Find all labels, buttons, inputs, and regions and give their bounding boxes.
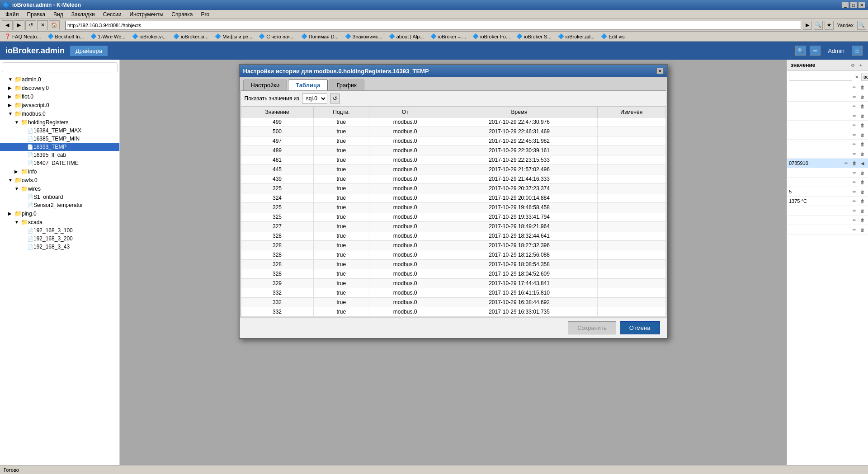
bookmark-about[interactable]: 🔷 about | Alp...	[386, 33, 427, 40]
sidebar-item-wires[interactable]: ▼ 📁 wires	[0, 184, 119, 193]
rp-edit-btn[interactable]: ✏	[851, 141, 858, 148]
go-button[interactable]: ▶	[803, 21, 812, 30]
sidebar-item-sensor2[interactable]: 📄 Sensor2_temperatur	[0, 201, 119, 209]
sidebar-item-owfs0[interactable]: ▼ 📁 owfs.0	[0, 176, 119, 184]
bookmark-znakomims[interactable]: 🔷 Знакомимс...	[342, 33, 385, 40]
sidebar-item-discovery0[interactable]: ▶ 📁 discovery.0	[0, 84, 119, 92]
sidebar-item-192-168-3-200[interactable]: 📄 192_168_3_200	[0, 235, 119, 243]
rp-edit-btn[interactable]: ✏	[851, 131, 858, 138]
sidebar-item-flot0[interactable]: ▶ 📁 flot.0	[0, 92, 119, 101]
refresh-button[interactable]: ↺	[330, 94, 340, 103]
stop-button[interactable]: ✕	[37, 20, 48, 30]
rp-delete-btn[interactable]: 🗑	[859, 216, 866, 224]
sidebar-item-javascript0[interactable]: ▶ 📁 javascript.0	[0, 101, 119, 109]
tab-settings[interactable]: Настройки	[243, 80, 288, 90]
rp-delete-btn[interactable]: 🗑	[859, 188, 866, 195]
header-edit-btn[interactable]: ✏	[810, 46, 821, 56]
rp-edit-btn[interactable]: ✏	[851, 188, 858, 195]
bookmark-faq[interactable]: ❓ FAQ Neato...	[2, 33, 44, 40]
header-search-btn[interactable]: 🔍	[795, 46, 806, 56]
bookmark-iobroker-dash[interactable]: 🔷 ioBroker – ...	[428, 33, 469, 40]
address-input[interactable]	[65, 21, 801, 30]
sidebar-item-s1onboard[interactable]: 📄 S1_onboard	[0, 193, 119, 201]
rp-settings-btn[interactable]: ⚙	[849, 61, 856, 69]
bookmark-start[interactable]: 🔷 С чего нач...	[256, 33, 297, 40]
rp-edit-btn[interactable]: ✏	[851, 84, 858, 91]
rp-edit-btn[interactable]: ✏	[843, 160, 850, 167]
bookmark-iobroker-fo[interactable]: 🔷 ioBroker Fo...	[470, 33, 513, 40]
menu-bookmarks[interactable]: Закладки	[68, 10, 99, 19]
header-menu-btn[interactable]: ☰	[852, 46, 863, 56]
bookmark-edit-vis[interactable]: 🔷 Edit vis	[598, 33, 627, 40]
table-scroll-area[interactable]: Значение Подтв. От Время Изменён 499 tru…	[241, 107, 666, 317]
sidebar-item-16395[interactable]: 📄 16395_lt_cab	[0, 151, 119, 159]
rp-delete-btn[interactable]: 🗑	[859, 178, 866, 186]
rp-delete-btn[interactable]: 🗑	[859, 103, 866, 110]
sidebar-item-16407[interactable]: 📄 16407_DATETIME	[0, 159, 119, 167]
rp-extra-btn[interactable]: ◀	[859, 160, 866, 167]
menu-help[interactable]: Справка	[168, 10, 196, 19]
rp-delete-btn[interactable]: 🗑	[859, 122, 866, 129]
home-button[interactable]: 🏠	[49, 20, 60, 30]
sidebar-item-ping0[interactable]: ▶ 📁 ping.0	[0, 209, 119, 218]
menu-tools[interactable]: Инструменты	[126, 10, 167, 19]
minimize-button[interactable]: _	[842, 2, 849, 8]
back-button[interactable]: ◀	[2, 20, 13, 30]
rp-edit-btn[interactable]: ✏	[851, 112, 858, 119]
bookmark-iobroker-ad[interactable]: 🔷 ioBroker.ad...	[555, 33, 598, 40]
menu-pro[interactable]: Pro	[197, 10, 213, 19]
bookmark-star[interactable]: ★	[825, 21, 834, 30]
rp-delete-btn[interactable]: 🗑	[859, 93, 866, 100]
rp-delete-btn[interactable]: 🗑	[859, 150, 866, 157]
modal-close-button[interactable]: ✕	[656, 68, 664, 74]
rp-edit-btn[interactable]: ✏	[851, 178, 858, 186]
cancel-button[interactable]: Отмена	[620, 321, 660, 334]
forward-button[interactable]: ▶	[14, 20, 24, 30]
rp-delete-btn[interactable]: 🗑	[851, 160, 858, 167]
tab-table[interactable]: Таблица	[288, 80, 328, 90]
close-button[interactable]: ✕	[858, 2, 865, 8]
rp-edit-btn[interactable]: ✏	[851, 216, 858, 224]
rp-delete-btn[interactable]: 🗑	[859, 207, 866, 214]
bookmark-beckhoff[interactable]: 🔷 Beckhoff In...	[45, 33, 87, 40]
rp-delete-btn[interactable]: 🗑	[859, 112, 866, 119]
rp-edit-btn[interactable]: ✏	[851, 226, 858, 233]
sidebar-item-info[interactable]: ▶ 📁 info	[0, 167, 119, 176]
sidebar-item-16384[interactable]: 📄 16384_TEMP_MAX	[0, 127, 119, 135]
rp-delete-btn[interactable]: 🗑	[859, 226, 866, 233]
rp-add-btn[interactable]: +	[857, 61, 864, 69]
reload-button[interactable]: ↺	[25, 20, 36, 30]
rp-delete-btn[interactable]: 🗑	[859, 169, 866, 176]
rp-edit-btn[interactable]: ✏	[851, 197, 858, 205]
sidebar-item-192-168-3-43[interactable]: 📄 192_168_3_43	[0, 243, 119, 251]
search-button[interactable]: 🔍	[857, 21, 866, 30]
sidebar-item-192-168-3-100[interactable]: 📄 192_168_3_100	[0, 226, 119, 235]
right-panel-search-input[interactable]	[789, 73, 852, 81]
menu-file[interactable]: Файл	[2, 10, 23, 19]
rp-delete-btn[interactable]: 🗑	[859, 131, 866, 138]
bookmark-iobroker-s[interactable]: 🔷 ioBroker S...	[514, 33, 554, 40]
bookmark-myths[interactable]: 🔷 Мифы и ре...	[212, 33, 255, 40]
drivers-button[interactable]: Драйвера	[70, 46, 108, 56]
rp-filter-select[interactable]: все	[861, 73, 868, 81]
sidebar-item-scada[interactable]: ▼ 📁 scada	[0, 218, 119, 226]
sidebar-item-16385[interactable]: 📄 16385_TEMP_MIN	[0, 135, 119, 143]
data-source-select[interactable]: sql.0	[302, 94, 327, 103]
rp-edit-btn[interactable]: ✏	[851, 169, 858, 176]
zoom-button[interactable]: 🔍	[814, 21, 823, 30]
rp-edit-btn[interactable]: ✏	[851, 122, 858, 129]
menu-view[interactable]: Вид	[50, 10, 67, 19]
maximize-button[interactable]: □	[850, 2, 857, 8]
rp-clear-btn[interactable]: ✕	[853, 73, 860, 80]
menu-sessions[interactable]: Сессии	[99, 10, 125, 19]
tab-chart[interactable]: График	[329, 80, 364, 90]
sidebar-search-input[interactable]	[2, 62, 118, 72]
bookmark-1wire[interactable]: 🔷 1-Wire We...	[88, 33, 128, 40]
rp-delete-btn[interactable]: 🗑	[859, 197, 866, 205]
rp-edit-btn[interactable]: ✏	[851, 207, 858, 214]
bookmark-iobroker-vi[interactable]: 🔷 ioBroker.vi...	[129, 33, 170, 40]
bookmark-understanding[interactable]: 🔷 Понимая D...	[298, 33, 341, 40]
bookmark-iobroker-ja[interactable]: 🔷 ioBroker.ja...	[170, 33, 211, 40]
sidebar-item-holdingregisters[interactable]: ▼ 📁 holdingRegisters	[0, 118, 119, 127]
sidebar-item-modbus0[interactable]: ▼ 📁 modbus.0	[0, 109, 119, 118]
